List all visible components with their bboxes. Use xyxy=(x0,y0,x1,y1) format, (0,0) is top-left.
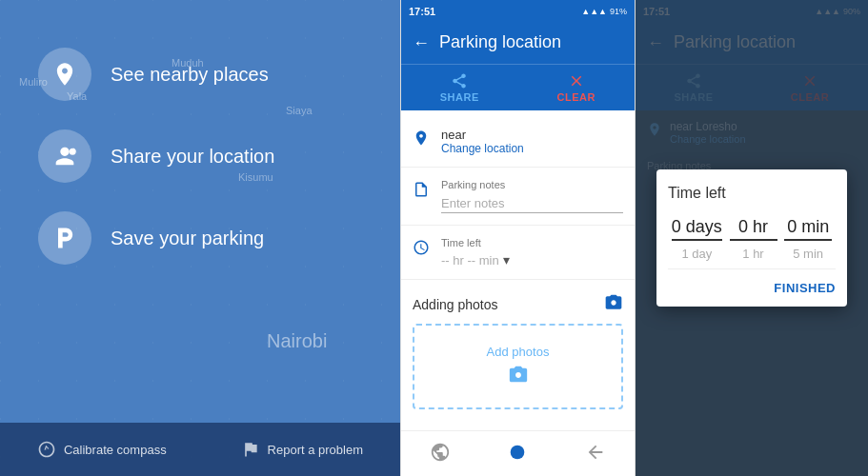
parking-icon xyxy=(51,225,78,251)
days-selected[interactable]: 0 days xyxy=(672,217,722,241)
change-location-link-2[interactable]: Change location xyxy=(441,142,623,155)
time-dialog-overlay: Time left 0 days 1 day 0 hr 1 hr 0 min 5… xyxy=(636,0,868,476)
battery-icon: 91% xyxy=(610,7,627,16)
menu-list: See nearby places Share your location Sa… xyxy=(38,48,274,265)
finished-button[interactable]: FINISHED xyxy=(774,277,836,299)
compass-icon xyxy=(37,440,56,459)
nearby-label: See nearby places xyxy=(111,64,269,86)
parking-form-panel: 17:51 ▲▲▲ 91% ← Parking location SHARE C… xyxy=(400,0,635,476)
nav-globe-btn[interactable] xyxy=(430,442,451,466)
location-icon xyxy=(51,61,78,88)
divider-3 xyxy=(401,279,635,280)
location-content-2: near Change location xyxy=(441,128,623,155)
globe-nav-icon xyxy=(430,442,451,463)
add-photos-text: Add photos xyxy=(487,345,550,359)
divider-2 xyxy=(401,225,635,226)
hours-below: 1 hr xyxy=(742,247,763,261)
close-icon-2 xyxy=(568,72,585,89)
location-text-2: near xyxy=(441,128,623,142)
nav-circle-btn[interactable] xyxy=(507,442,528,466)
time-dialog-actions: FINISHED xyxy=(668,277,836,299)
parking-label: Save your parking xyxy=(111,228,264,249)
time-dialog-title: Time left xyxy=(668,185,836,202)
time-label: Time left xyxy=(441,237,623,248)
back-button-2[interactable]: ← xyxy=(413,34,430,51)
time-picker-mins: 0 min 5 min xyxy=(784,217,832,261)
map-label-siaya: Siaya xyxy=(286,105,313,116)
share-icon-2 xyxy=(451,72,468,89)
status-icons-2: ▲▲▲ 91% xyxy=(581,7,627,16)
calibrate-label: Calibrate compass xyxy=(64,443,167,457)
location-row-icon-2 xyxy=(413,129,432,150)
form-actions-2: SHARE CLEAR xyxy=(401,64,635,110)
share-button-2[interactable]: SHARE xyxy=(401,65,518,110)
camera-add-icon xyxy=(508,365,529,386)
time-value-row: -- hr -- min ▾ xyxy=(441,252,623,268)
mins-below: 5 min xyxy=(793,247,823,261)
add-photo-icon xyxy=(508,365,529,389)
nav-back-btn[interactable] xyxy=(585,442,606,466)
form-body-2: near Change location Parking notes Time … xyxy=(401,110,635,430)
photos-header: Adding photos xyxy=(413,293,623,316)
time-dropdown-btn[interactable]: ▾ xyxy=(503,252,510,268)
parking-icon-circle xyxy=(38,211,91,265)
menu-item-parking[interactable]: Save your parking xyxy=(38,211,274,265)
photos-section: Adding photos Add photos xyxy=(401,284,635,419)
photos-dropzone[interactable]: Add photos xyxy=(413,324,623,409)
nearby-icon-circle xyxy=(38,48,91,101)
time-picker-days: 0 days 1 day xyxy=(672,217,722,261)
notes-row-2: Parking notes xyxy=(401,171,635,221)
divider-1 xyxy=(401,167,635,168)
map-panel: Muliro Yala Muduh Siaya Kisumu See nearb… xyxy=(0,0,400,476)
share-label: Share your location xyxy=(111,146,274,168)
person-share-icon xyxy=(51,143,78,169)
map-bottom-bar: Calibrate compass Report a problem xyxy=(0,423,400,476)
pin-icon-2 xyxy=(413,129,430,147)
share-label-2: SHARE xyxy=(440,91,479,103)
clock-icon-2 xyxy=(413,239,430,256)
status-time-2: 17:51 xyxy=(409,6,435,17)
calibrate-compass-btn[interactable]: Calibrate compass xyxy=(37,440,167,459)
time-row-2: Time left -- hr -- min ▾ xyxy=(401,229,635,275)
report-label: Report a problem xyxy=(268,443,363,457)
report-problem-btn[interactable]: Report a problem xyxy=(241,440,363,459)
time-picker-hours: 0 hr 1 hr xyxy=(730,217,777,261)
menu-item-nearby[interactable]: See nearby places xyxy=(38,48,274,101)
time-content: Time left -- hr -- min ▾ xyxy=(441,237,623,268)
parking-dialog-panel: 17:51 ▲▲▲ 90% ← Parking location SHARE C… xyxy=(635,0,868,476)
form-nav-bar-2 xyxy=(401,430,635,476)
form-title-2: Parking location xyxy=(439,32,561,52)
camera-icon xyxy=(604,293,623,312)
time-dialog: Time left 0 days 1 day 0 hr 1 hr 0 min 5… xyxy=(656,169,847,307)
hours-selected[interactable]: 0 hr xyxy=(730,217,777,241)
mins-selected[interactable]: 0 min xyxy=(784,217,832,241)
notes-label: Parking notes xyxy=(441,179,623,190)
status-bar-2: 17:51 ▲▲▲ 91% xyxy=(401,0,635,23)
notes-content: Parking notes xyxy=(441,179,623,213)
nairobi-map-label: Nairobi xyxy=(267,330,327,352)
location-row-2: near Change location xyxy=(401,120,635,163)
notes-row-icon xyxy=(413,181,432,202)
flag-icon xyxy=(241,440,260,459)
time-picker-row: 0 days 1 day 0 hr 1 hr 0 min 5 min xyxy=(668,217,836,261)
clear-label-2: CLEAR xyxy=(557,91,595,103)
time-row-icon xyxy=(413,239,432,260)
clear-button-2[interactable]: CLEAR xyxy=(518,65,636,110)
dot-nav-icon xyxy=(507,442,528,463)
camera-button[interactable] xyxy=(604,293,623,316)
form-header-2: ← Parking location xyxy=(401,23,635,64)
notes-input[interactable] xyxy=(441,194,623,213)
signal-icon: ▲▲▲ xyxy=(581,7,607,16)
svg-point-1 xyxy=(511,445,525,459)
back-nav-icon xyxy=(585,442,606,463)
photos-title: Adding photos xyxy=(413,297,498,312)
share-location-icon-circle xyxy=(38,129,91,183)
menu-item-share[interactable]: Share your location xyxy=(38,129,274,183)
time-value: -- hr -- min xyxy=(441,253,499,268)
days-below: 1 day xyxy=(681,247,712,261)
note-icon xyxy=(413,181,430,198)
time-dialog-divider xyxy=(668,268,836,269)
